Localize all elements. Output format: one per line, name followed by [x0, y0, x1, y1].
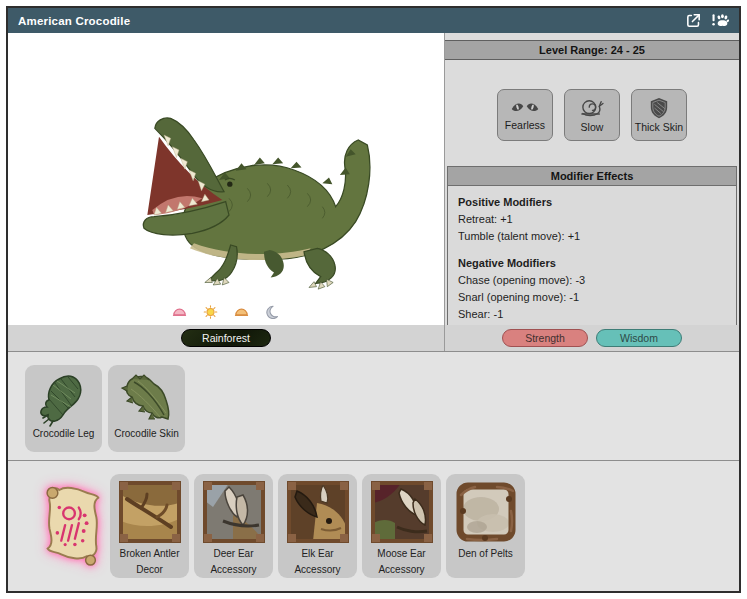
den-of-pelts-image	[455, 481, 517, 543]
craft-card-moose-ear-accessory[interactable]: Moose Ear Accessory	[362, 474, 441, 578]
modifier-line: Snarl (opening move): -1	[458, 291, 726, 303]
crocodile-leg-image	[35, 369, 93, 427]
eyes-icon	[510, 99, 540, 119]
main-row: Level Range: 24 - 25 Fearless	[8, 33, 739, 325]
american-crocodile-illustration	[104, 51, 404, 299]
moose-ear-accessory-image	[371, 481, 433, 543]
craft-card-broken-antler-decor[interactable]: Broken Antler Decor	[110, 474, 189, 578]
creature-panel	[8, 33, 445, 325]
drop-label: Crocodile Skin	[114, 428, 178, 439]
elk-ear-accessory-image	[287, 481, 349, 543]
craft-card-den-of-pelts[interactable]: Den of Pelts	[446, 474, 525, 578]
recipe-scroll-icon[interactable]	[32, 482, 110, 574]
trait-label: Slow	[581, 121, 604, 133]
snail-icon	[579, 98, 605, 121]
modifier-effects-header: Modifier Effects	[448, 167, 736, 186]
day-icon	[203, 305, 218, 319]
deer-ear-accessory-image	[203, 481, 265, 543]
page-title: American Crocodile	[18, 15, 130, 27]
trait-label: Fearless	[505, 119, 545, 131]
crafting-items-row: Broken Antler Decor Deer Ear Accessory	[110, 474, 525, 578]
trait-fearless-button[interactable]: Fearless	[497, 89, 553, 141]
attributes-area: Strength Wisdom	[445, 325, 739, 351]
title-bar: American Crocodile	[8, 8, 739, 33]
drop-card-crocodile-skin[interactable]: Crocodile Skin	[108, 365, 185, 452]
wisdom-pill[interactable]: Wisdom	[596, 329, 682, 347]
negative-modifiers-title: Negative Modifiers	[458, 257, 726, 269]
level-range-header: Level Range: 24 - 25	[445, 40, 739, 60]
craft-item-label: Moose Ear Accessory	[366, 546, 438, 578]
stats-panel: Level Range: 24 - 25 Fearless	[445, 33, 739, 325]
modifier-line: Retreat: +1	[458, 213, 726, 225]
drop-card-crocodile-leg[interactable]: Crocodile Leg	[25, 365, 102, 452]
dawn-icon	[172, 305, 187, 319]
paw-alert-icon[interactable]	[711, 12, 729, 30]
trait-label: Thick Skin	[635, 121, 683, 133]
night-icon	[265, 305, 280, 319]
traits-row: Fearless Slow	[445, 89, 739, 141]
craft-item-label: Den of Pelts	[450, 546, 522, 562]
drop-label: Crocodile Leg	[33, 428, 95, 439]
creature-detail-window: American Crocodile	[6, 6, 741, 593]
craft-card-elk-ear-accessory[interactable]: Elk Ear Accessory	[278, 474, 357, 578]
strength-pill[interactable]: Strength	[502, 329, 588, 347]
habitat-attributes-strip: Rainforest Strength Wisdom	[8, 325, 739, 352]
habitat-badge[interactable]: Rainforest	[181, 329, 271, 347]
trait-thick-skin-button[interactable]: Thick Skin	[631, 89, 687, 141]
modifier-line: Tumble (talent move): +1	[458, 230, 726, 242]
broken-antler-decor-image	[119, 481, 181, 543]
modifier-effects-body: Positive Modifiers Retreat: +1 Tumble (t…	[448, 186, 736, 332]
craft-item-label: Elk Ear Accessory	[282, 546, 354, 578]
external-link-icon[interactable]	[684, 12, 702, 30]
shield-icon	[649, 97, 669, 121]
active-times-row	[8, 305, 444, 319]
crafting-section: Broken Antler Decor Deer Ear Accessory	[8, 461, 739, 591]
dusk-icon	[234, 305, 249, 319]
craft-card-deer-ear-accessory[interactable]: Deer Ear Accessory	[194, 474, 273, 578]
drops-section: Crocodile Leg Crocodile Skin	[8, 352, 739, 461]
habitat-area: Rainforest	[8, 325, 445, 351]
crocodile-skin-image	[118, 369, 176, 427]
modifier-effects-box: Modifier Effects Positive Modifiers Retr…	[447, 166, 737, 333]
craft-item-label: Deer Ear Accessory	[198, 546, 270, 578]
craft-item-label: Broken Antler Decor	[114, 546, 186, 578]
modifier-line: Shear: -1	[458, 308, 726, 320]
trait-slow-button[interactable]: Slow	[564, 89, 620, 141]
title-bar-actions	[684, 12, 729, 30]
modifier-line: Chase (opening move): -3	[458, 274, 726, 286]
positive-modifiers-title: Positive Modifiers	[458, 196, 726, 208]
